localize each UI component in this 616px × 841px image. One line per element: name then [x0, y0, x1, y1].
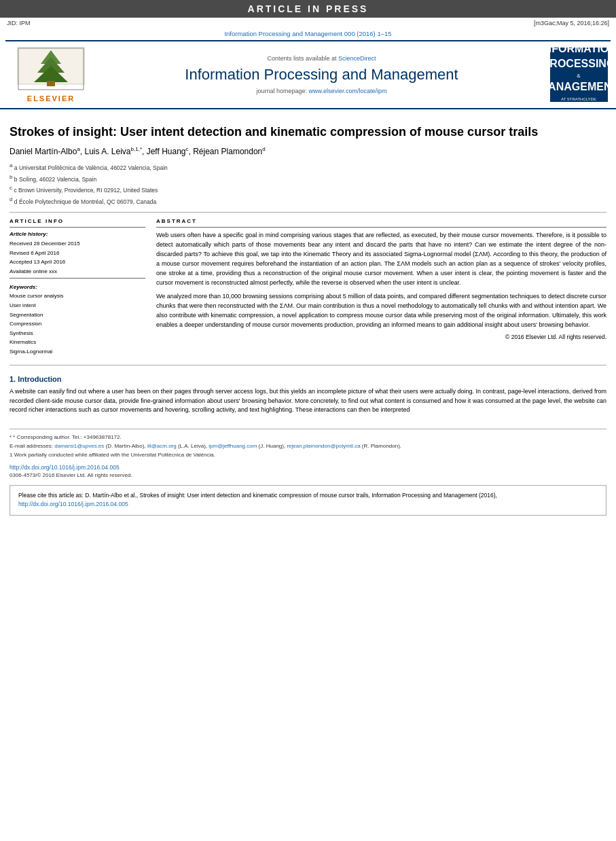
article-in-press-bar: ARTICLE IN PRESS — [0, 0, 616, 18]
journal-header: ELSEVIER Contents lists available at Sci… — [0, 41, 616, 109]
intro-text: A website can easily find out where a us… — [10, 387, 606, 416]
intro-title: 1. Introduction — [10, 375, 606, 383]
journal-link[interactable]: Information Processing and Management 00… — [224, 30, 391, 37]
history-accepted: Accepted 13 April 2016 — [10, 257, 145, 267]
introduction-section: 1. Introduction A website can easily fin… — [10, 375, 606, 416]
journal-center: Contents lists available at ScienceDirec… — [95, 55, 548, 94]
keyword-5: Kinematics — [10, 338, 145, 347]
journal-title: Information Processing and Management — [95, 66, 548, 84]
abstract-para-2: We analyzed more than 10,000 browsing se… — [156, 292, 606, 330]
elsevier-tree-icon — [17, 47, 85, 93]
sciencedirect-link[interactable]: ScienceDirect — [338, 55, 376, 62]
svg-rect-4 — [47, 81, 55, 86]
meta-right: [m3Gac;May 5, 2016;16:26] — [534, 20, 609, 26]
history-label: Article history: — [10, 231, 145, 237]
email-link-3[interactable]: ipm@jeffhuang.com — [209, 443, 257, 449]
email-link-4[interactable]: rejean.plamondon@polymtl.ca — [287, 443, 360, 449]
sciencedirect-text: Contents lists available at ScienceDirec… — [95, 55, 548, 62]
two-col-section: ARTICLE INFO Article history: Received 2… — [10, 218, 606, 357]
elsevier-logo-area: ELSEVIER — [7, 47, 95, 103]
abstract-copyright: © 2016 Elsevier Ltd. All rights reserved… — [156, 334, 606, 340]
keyword-3: Compression — [10, 319, 145, 329]
homepage-link[interactable]: www.elsevier.com/locate/ipm — [309, 88, 387, 94]
doi-line: http://dx.doi.org/10.1016/j.ipm.2016.04.… — [10, 464, 606, 471]
keyword-2: Segmentation — [10, 310, 145, 320]
footnote-work: 1 Work partially conducted while affilia… — [10, 451, 606, 460]
footnote-corresponding: * * Corresponding author. Tel.: +3496387… — [10, 433, 606, 442]
authors-line: Daniel Martín-Alboa, Luis A. Leivab,1,*,… — [10, 145, 606, 158]
affiliations: a a Universitat Politècnica de València,… — [10, 162, 606, 207]
history-revised: Revised 6 April 2016 — [10, 249, 145, 258]
abstract-header: ABSTRACT — [156, 218, 606, 224]
citation-text: D. Martín-Albo et al., Strokes of insigh… — [85, 492, 497, 499]
footer-notes: * * Corresponding author. Tel.: +3496387… — [10, 429, 606, 478]
citation-label: Please cite this article as: — [18, 492, 84, 499]
abstract-text: Web users often have a specific goal in … — [156, 231, 606, 329]
keyword-0: Mouse cursor analysis — [10, 291, 145, 301]
footnote-emails: E-mail addresses: damarsi1@upves.es (D. … — [10, 442, 606, 451]
abstract-para-1: Web users often have a specific goal in … — [156, 231, 606, 288]
abstract-column: ABSTRACT Web users often have a specific… — [156, 218, 606, 357]
info-divider-2 — [10, 278, 145, 279]
ipm-logo-area: INFORMATION PROCESSING & MANAGEMENT AT S… — [548, 48, 609, 102]
homepage-text: journal homepage: www.elsevier.com/locat… — [95, 88, 548, 94]
info-divider — [10, 227, 145, 228]
email-link-2[interactable]: llt@acm.org — [147, 443, 177, 449]
keywords-label: Keywords: — [10, 284, 145, 290]
section-divider-1 — [10, 212, 606, 213]
jid-label: JID: IPM — [7, 20, 31, 26]
article-info-header: ARTICLE INFO — [10, 218, 145, 224]
history-received: Received 28 December 2015 — [10, 239, 145, 249]
section-divider-2 — [10, 365, 606, 365]
article-in-press-label: ARTICLE IN PRESS — [248, 3, 369, 14]
keyword-4: Synthesis — [10, 329, 145, 338]
citation-box: Please cite this article as: D. Martín-A… — [10, 485, 606, 516]
keyword-6: Sigma-Lognormal — [10, 347, 145, 357]
paper-title: Strokes of insight: User intent detectio… — [10, 124, 606, 140]
article-info-column: ARTICLE INFO Article history: Received 2… — [10, 218, 145, 357]
elsevier-brand-text: ELSEVIER — [27, 94, 75, 103]
abstract-divider — [156, 227, 606, 228]
asterisk-icon: * — [10, 434, 12, 440]
keyword-1: User intent — [10, 301, 145, 310]
email-link-1[interactable]: damarsi1@upves.es — [54, 443, 104, 449]
doi-link[interactable]: http://dx.doi.org/10.1016/j.ipm.2016.04.… — [10, 464, 120, 471]
ipm-logo: INFORMATION PROCESSING & MANAGEMENT AT S… — [550, 48, 608, 102]
main-content: Strokes of insight: User intent detectio… — [0, 109, 616, 522]
citation-doi-link[interactable]: http://dx.doi.org/10.1016/j.ipm.2016.04.… — [18, 501, 128, 507]
history-online: Available online xxx — [10, 267, 145, 276]
copyright-footer: 0306-4573/© 2016 Elsevier Ltd. All right… — [10, 472, 606, 478]
